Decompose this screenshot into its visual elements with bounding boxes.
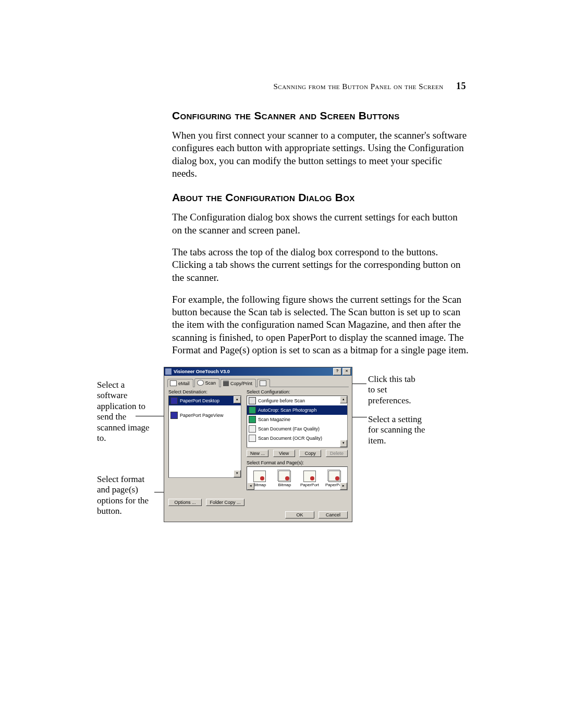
list-item-label: Configure before Scan <box>258 398 305 403</box>
preferences-icon <box>260 380 266 386</box>
bitmap-icon <box>253 471 266 482</box>
tab-copyprint[interactable]: Copy/Print <box>221 379 256 387</box>
folder-copy-button[interactable]: Folder Copy ... <box>206 499 244 506</box>
view-button[interactable]: View <box>273 450 295 457</box>
format-item-label: PaperPort <box>300 483 319 487</box>
label-format-pages: Select Format and Page(s): <box>247 460 348 465</box>
format-item-label: Bitmap <box>278 483 291 487</box>
para-intro: When you first connect your scanner to a… <box>172 129 469 180</box>
list-item[interactable]: Configure before Scan <box>247 396 347 405</box>
para-about2: The tabs across the top of the dialog bo… <box>172 246 469 284</box>
format-item[interactable]: PaperPort <box>297 470 322 487</box>
list-item-label: AutoCrop: Scan Photograph <box>258 408 317 413</box>
list-item-label: Scan Document (OCR Quality) <box>258 436 322 441</box>
label-select-configuration: Select Configuration: <box>247 389 348 394</box>
scroll-up-icon[interactable]: ▴ <box>340 396 347 403</box>
list-item-label: Scan Document (Fax Quality) <box>258 426 320 431</box>
callout-destination: Select a software application to send th… <box>97 380 154 443</box>
list-item-label: Scan Magazine <box>258 417 290 422</box>
document-icon <box>249 435 256 442</box>
paperport-doc-icon <box>303 471 316 482</box>
config-dialog: Visioneer OneTouch V3.0 ? × eMail Scan C… <box>164 367 352 522</box>
list-item-label: PaperPort Desktop <box>180 398 219 403</box>
tab-copyprint-label: Copy/Print <box>230 381 252 386</box>
configuration-list[interactable]: ▴ Configure before Scan AutoCrop: Scan P… <box>247 396 348 448</box>
running-head: Scanning from the Button Panel on the Sc… <box>273 81 466 92</box>
window-title: Visioneer OneTouch V3.0 <box>174 369 332 374</box>
callout-preferences: Click this tab to set preferences. <box>368 374 423 406</box>
tab-email[interactable]: eMail <box>167 379 193 387</box>
config-icon <box>249 397 256 404</box>
scroll-right-icon[interactable]: ▸ <box>340 483 347 490</box>
list-item-label: PaperPort PageView <box>180 413 223 418</box>
photo-icon <box>249 416 256 423</box>
list-item[interactable]: PaperPort Desktop <box>169 396 241 405</box>
help-button[interactable]: ? <box>333 368 341 375</box>
scroll-left-icon[interactable]: ◂ <box>247 483 254 490</box>
tab-email-label: eMail <box>178 381 190 386</box>
list-item[interactable]: PaperPort PageView <box>169 411 241 420</box>
label-select-destination: Select Destination: <box>168 389 241 394</box>
para-about1: The Configuration dialog box shows the c… <box>172 211 469 237</box>
scan-icon <box>197 380 204 386</box>
format-list[interactable]: ◂ Bitmap Bitmap PaperPort <box>247 466 348 490</box>
running-head-text: Scanning from the Button Panel on the Sc… <box>273 82 443 91</box>
list-item[interactable]: Scan Magazine <box>247 415 347 424</box>
page-number: 15 <box>456 81 466 91</box>
callout-format: Select format and page(s) options for th… <box>97 474 154 517</box>
cancel-button[interactable]: Cancel <box>319 511 348 519</box>
paperport-icon <box>170 412 178 419</box>
para-about3: For example, the following figure shows … <box>172 293 469 357</box>
format-item[interactable]: Bitmap <box>272 470 297 487</box>
document-icon <box>249 425 256 433</box>
list-item[interactable]: Scan Document (Fax Quality) <box>247 424 347 434</box>
callout-config: Select a setting for scanning the item. <box>368 414 431 446</box>
tab-scan-label: Scan <box>205 380 216 386</box>
new-button[interactable]: New ... <box>247 450 268 457</box>
scroll-up-icon[interactable]: ▴ <box>234 396 241 403</box>
copy-button[interactable]: Copy <box>299 450 321 457</box>
photo-icon <box>249 406 256 414</box>
tab-strip: eMail Scan Copy/Print <box>167 378 349 387</box>
format-item-label: Bitmap <box>253 483 266 487</box>
options-button[interactable]: Options ... <box>168 499 202 506</box>
heading-about-dialog: About the Configuration Dialog Box <box>172 191 469 204</box>
mail-icon <box>170 380 177 386</box>
app-icon <box>165 368 172 375</box>
bitmap-multi-icon <box>278 471 291 482</box>
scroll-down-icon[interactable]: ▾ <box>340 440 347 447</box>
heading-configuring: Configuring the Scanner and Screen Butto… <box>172 109 469 122</box>
printer-icon <box>223 380 229 386</box>
destination-list[interactable]: ▴ PaperPort Desktop PaperPort PageView ▾ <box>168 396 241 478</box>
delete-button[interactable]: Delete <box>326 450 348 457</box>
ok-button[interactable]: OK <box>285 511 314 519</box>
tab-scan[interactable]: Scan <box>194 378 220 387</box>
scroll-down-icon[interactable]: ▾ <box>234 470 241 477</box>
paperport-multi-icon <box>328 471 341 482</box>
tab-preferences[interactable] <box>257 379 270 387</box>
titlebar[interactable]: Visioneer OneTouch V3.0 ? × <box>164 367 352 376</box>
close-button[interactable]: × <box>342 368 351 375</box>
paperport-icon <box>170 397 178 404</box>
list-item[interactable]: Scan Document (OCR Quality) <box>247 434 347 443</box>
list-item[interactable]: AutoCrop: Scan Photograph <box>247 405 347 415</box>
